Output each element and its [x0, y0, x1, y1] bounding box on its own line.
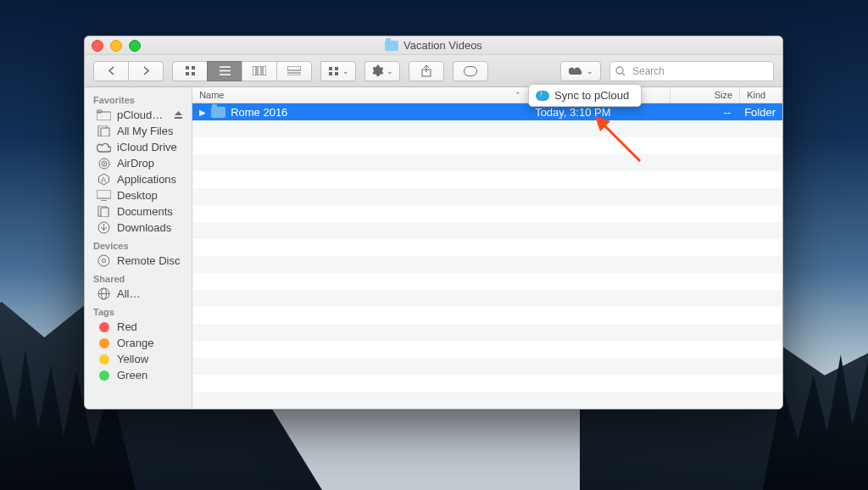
sidebar-item-tags-3[interactable]: Green	[85, 367, 192, 383]
cell-name: ▶Rome 2016	[192, 106, 528, 119]
svg-rect-13	[329, 67, 332, 70]
sidebar-heading-favorites: Favorites	[85, 90, 192, 107]
table-row	[192, 239, 782, 256]
arrange-menu[interactable]: ⌄	[320, 61, 356, 81]
svg-point-41	[103, 259, 106, 263]
pcloud-button[interactable]: ⌄	[560, 61, 601, 81]
sidebar-item-tags-0[interactable]: Red	[85, 319, 192, 335]
col-size[interactable]: Size	[670, 87, 740, 103]
table-row	[192, 154, 782, 171]
svg-rect-19	[465, 66, 477, 75]
sidebar-item-favorites-6[interactable]: Documents	[85, 203, 192, 220]
sidebar-item-label: Green	[117, 369, 147, 381]
search-input[interactable]	[631, 64, 768, 78]
view-columns[interactable]	[242, 61, 277, 81]
documents-icon	[97, 206, 111, 218]
view-icon-grid[interactable]	[172, 61, 208, 81]
svg-rect-1	[192, 66, 195, 70]
search-icon	[615, 66, 626, 76]
sidebar-item-label: Red	[117, 320, 137, 333]
sidebar-item-tags-2[interactable]: Yellow	[85, 351, 192, 367]
sidebar-item-favorites-1[interactable]: All My Files	[85, 123, 192, 139]
sidebar-item-label: Orange	[117, 337, 153, 349]
sidebar-item-tags-1[interactable]: Orange	[85, 335, 192, 351]
table-row	[192, 375, 782, 392]
sidebar-item-label: Desktop	[117, 189, 158, 202]
svg-line-21	[622, 73, 625, 75]
tag-icon	[97, 370, 111, 381]
sidebar-item-favorites-4[interactable]: AApplications	[85, 171, 192, 187]
sidebar-heading-tags: Tags	[85, 302, 192, 319]
svg-marker-26	[175, 111, 182, 115]
table-row	[192, 273, 782, 290]
zoom-button[interactable]	[129, 40, 141, 52]
window-controls	[92, 40, 141, 52]
svg-point-20	[616, 67, 623, 74]
sidebar-item-label: Downloads	[117, 221, 171, 234]
airdrop-icon	[97, 158, 111, 170]
view-coverflow[interactable]	[276, 61, 312, 81]
view-list[interactable]	[207, 61, 242, 81]
cell-size: --	[669, 106, 737, 119]
svg-rect-27	[175, 117, 182, 119]
svg-rect-29	[101, 128, 109, 136]
sidebar-heading-shared: Shared	[85, 269, 192, 286]
svg-text:A: A	[101, 175, 106, 184]
tag-icon	[97, 337, 111, 349]
sidebar: Favorites pCloud…All My FilesiCloud Driv…	[85, 87, 192, 409]
svg-rect-0	[186, 66, 189, 70]
minimize-button[interactable]	[110, 40, 122, 52]
titlebar[interactable]: Vacation Videos	[85, 36, 782, 55]
dropdown-label: Sync to pCloud	[554, 89, 629, 102]
sidebar-item-favorites-2[interactable]: iCloud Drive	[85, 139, 192, 155]
table-row	[192, 256, 782, 273]
sidebar-item-favorites-7[interactable]: Downloads	[85, 220, 192, 236]
folder-icon	[385, 41, 398, 51]
table-row	[192, 392, 782, 409]
finder-window: Vacation Videos	[84, 36, 783, 409]
apps-icon: A	[97, 174, 111, 186]
table-row	[192, 120, 782, 137]
sidebar-item-devices-0[interactable]: Remote Disc	[85, 253, 192, 269]
action-menu[interactable]: ⌄	[364, 61, 400, 81]
table-row	[192, 222, 782, 239]
sidebar-item-label: All My Files	[117, 125, 173, 137]
sidebar-item-label: pCloud…	[117, 109, 163, 121]
allfiles-icon	[97, 125, 111, 137]
table-row	[192, 341, 782, 358]
sidebar-item-label: AirDrop	[117, 157, 154, 170]
cell-date: Today, 3:10 PM	[528, 106, 669, 119]
downloads-icon	[97, 222, 111, 234]
disc-icon	[97, 255, 111, 267]
table-row	[192, 205, 782, 222]
folder-icon	[211, 107, 225, 118]
pcloud-dropdown-item[interactable]: Sync to pCloud	[528, 84, 642, 107]
toolbar: ⌄ ⌄ ⌄ Sync to pCloud	[85, 55, 782, 87]
globe-icon	[97, 288, 111, 300]
col-kind[interactable]: Kind	[740, 87, 782, 103]
search-field[interactable]	[609, 61, 774, 81]
sidebar-item-label: Remote Disc	[117, 254, 180, 267]
back-button[interactable]	[93, 61, 129, 81]
table-row	[192, 290, 782, 307]
sidebar-item-favorites-3[interactable]: AirDrop	[85, 155, 192, 171]
desktop-icon	[97, 190, 111, 202]
col-name[interactable]: Name⌃	[192, 87, 529, 103]
forward-button[interactable]	[128, 61, 164, 81]
svg-rect-2	[186, 72, 189, 75]
table-row	[192, 171, 782, 188]
sidebar-item-shared-0[interactable]: All…	[85, 286, 192, 302]
sidebar-item-label: Applications	[117, 173, 176, 186]
sidebar-item-favorites-5[interactable]: Desktop	[85, 187, 192, 203]
svg-rect-10	[287, 66, 301, 70]
eject-icon[interactable]	[174, 110, 183, 120]
tags-button[interactable]	[453, 61, 488, 81]
column-headers: Name⌃ Date Modified Size Kind	[192, 87, 782, 103]
share-button[interactable]	[409, 61, 444, 81]
disclosure-icon[interactable]: ▶	[199, 108, 206, 117]
window-title: Vacation Videos	[403, 39, 482, 52]
sidebar-item-favorites-0[interactable]: pCloud…	[85, 107, 192, 123]
table-row[interactable]: ▶Rome 2016Today, 3:10 PM--Folder	[192, 103, 782, 120]
table-row	[192, 137, 782, 154]
close-button[interactable]	[92, 40, 103, 52]
